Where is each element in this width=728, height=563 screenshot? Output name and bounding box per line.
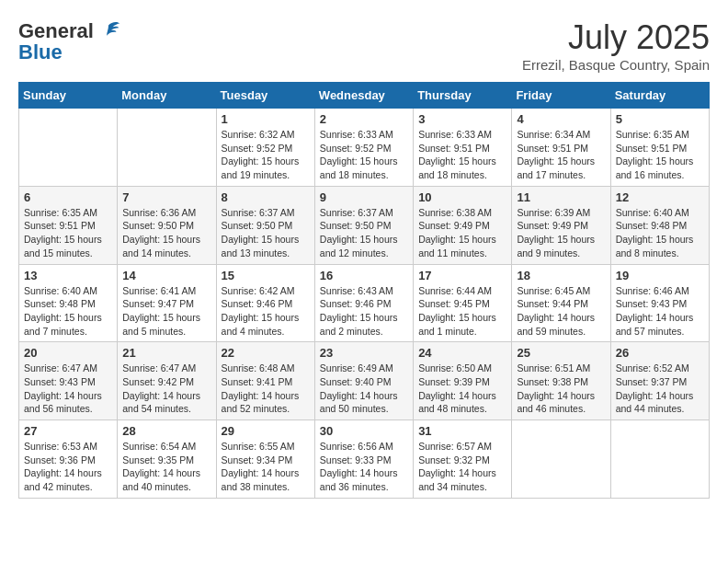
calendar-cell: 17 Sunrise: 6:44 AM Sunset: 9:45 PM Dayl… <box>414 264 512 342</box>
page-header: General Blue July 2025 Errezil, Basque C… <box>18 18 710 73</box>
day-info: Sunrise: 6:37 AM Sunset: 9:50 PM Dayligh… <box>222 206 310 260</box>
calendar-cell: 1 Sunrise: 6:32 AM Sunset: 9:52 PM Dayli… <box>216 109 314 187</box>
day-number: 31 <box>418 424 506 438</box>
title-block: July 2025 Errezil, Basque Country, Spain <box>522 18 710 73</box>
sunrise-text: Sunrise: 6:38 AM <box>418 207 492 218</box>
sunrise-text: Sunrise: 6:40 AM <box>616 207 689 218</box>
weekday-header-thursday: Thursday <box>414 83 512 109</box>
daylight-text: Daylight: 14 hours and 42 minutes. <box>24 467 102 492</box>
calendar-week-row: 1 Sunrise: 6:32 AM Sunset: 9:52 PM Dayli… <box>19 109 710 187</box>
sunrise-text: Sunrise: 6:52 AM <box>616 362 689 373</box>
day-info: Sunrise: 6:55 AM Sunset: 9:34 PM Dayligh… <box>222 440 310 494</box>
sunrise-text: Sunrise: 6:41 AM <box>122 285 196 296</box>
sunrise-text: Sunrise: 6:57 AM <box>418 441 492 452</box>
calendar-cell: 24 Sunrise: 6:50 AM Sunset: 9:39 PM Dayl… <box>414 342 512 420</box>
sunrise-text: Sunrise: 6:53 AM <box>24 441 97 452</box>
sunset-text: Sunset: 9:42 PM <box>122 376 194 387</box>
daylight-text: Daylight: 14 hours and 36 minutes. <box>320 467 398 492</box>
calendar-cell: 19 Sunrise: 6:46 AM Sunset: 9:43 PM Dayl… <box>610 264 709 342</box>
day-info: Sunrise: 6:33 AM Sunset: 9:51 PM Dayligh… <box>418 128 506 182</box>
weekday-header-monday: Monday <box>118 83 216 109</box>
calendar-cell: 11 Sunrise: 6:39 AM Sunset: 9:49 PM Dayl… <box>512 186 610 264</box>
sunset-text: Sunset: 9:45 PM <box>418 298 490 309</box>
day-number: 27 <box>24 424 112 438</box>
calendar-cell: 23 Sunrise: 6:49 AM Sunset: 9:40 PM Dayl… <box>314 342 413 420</box>
month-year-title: July 2025 <box>522 18 710 57</box>
calendar-week-row: 13 Sunrise: 6:40 AM Sunset: 9:48 PM Dayl… <box>19 264 710 342</box>
day-number: 30 <box>320 424 408 438</box>
calendar-cell: 22 Sunrise: 6:48 AM Sunset: 9:41 PM Dayl… <box>216 342 314 420</box>
sunset-text: Sunset: 9:43 PM <box>24 376 96 387</box>
sunrise-text: Sunrise: 6:50 AM <box>418 362 492 373</box>
location-subtitle: Errezil, Basque Country, Spain <box>522 57 710 73</box>
day-info: Sunrise: 6:47 AM Sunset: 9:42 PM Dayligh… <box>122 362 210 416</box>
sunrise-text: Sunrise: 6:40 AM <box>24 285 97 296</box>
sunrise-text: Sunrise: 6:56 AM <box>320 441 393 452</box>
weekday-header-saturday: Saturday <box>610 83 709 109</box>
day-number: 16 <box>320 269 408 282</box>
daylight-text: Daylight: 14 hours and 46 minutes. <box>517 390 595 415</box>
weekday-header-sunday: Sunday <box>19 83 118 109</box>
calendar-table: SundayMondayTuesdayWednesdayThursdayFrid… <box>18 82 710 499</box>
calendar-cell: 14 Sunrise: 6:41 AM Sunset: 9:47 PM Dayl… <box>118 264 216 342</box>
sunset-text: Sunset: 9:50 PM <box>320 220 392 231</box>
sunrise-text: Sunrise: 6:54 AM <box>122 441 196 452</box>
day-info: Sunrise: 6:53 AM Sunset: 9:36 PM Dayligh… <box>24 440 112 494</box>
daylight-text: Daylight: 15 hours and 14 minutes. <box>122 234 200 259</box>
day-info: Sunrise: 6:36 AM Sunset: 9:50 PM Dayligh… <box>122 206 210 260</box>
calendar-week-row: 6 Sunrise: 6:35 AM Sunset: 9:51 PM Dayli… <box>19 186 710 264</box>
day-info: Sunrise: 6:50 AM Sunset: 9:39 PM Dayligh… <box>418 362 506 416</box>
daylight-text: Daylight: 15 hours and 5 minutes. <box>122 312 200 337</box>
daylight-text: Daylight: 14 hours and 40 minutes. <box>122 467 200 492</box>
sunrise-text: Sunrise: 6:36 AM <box>122 207 196 218</box>
calendar-cell: 26 Sunrise: 6:52 AM Sunset: 9:37 PM Dayl… <box>610 342 709 420</box>
daylight-text: Daylight: 15 hours and 16 minutes. <box>616 155 694 180</box>
sunrise-text: Sunrise: 6:48 AM <box>222 362 295 373</box>
calendar-cell: 29 Sunrise: 6:55 AM Sunset: 9:34 PM Dayl… <box>216 420 314 499</box>
day-number: 18 <box>517 269 605 282</box>
calendar-cell: 5 Sunrise: 6:35 AM Sunset: 9:51 PM Dayli… <box>610 109 709 187</box>
day-info: Sunrise: 6:42 AM Sunset: 9:46 PM Dayligh… <box>222 284 310 339</box>
sunrise-text: Sunrise: 6:47 AM <box>122 362 196 373</box>
daylight-text: Daylight: 15 hours and 4 minutes. <box>222 312 300 337</box>
day-info: Sunrise: 6:46 AM Sunset: 9:43 PM Dayligh… <box>616 284 704 339</box>
day-info: Sunrise: 6:34 AM Sunset: 9:51 PM Dayligh… <box>517 128 605 182</box>
sunset-text: Sunset: 9:51 PM <box>24 220 96 231</box>
daylight-text: Daylight: 14 hours and 38 minutes. <box>222 467 300 492</box>
weekday-header-tuesday: Tuesday <box>216 83 314 109</box>
calendar-cell: 31 Sunrise: 6:57 AM Sunset: 9:32 PM Dayl… <box>414 420 512 499</box>
daylight-text: Daylight: 14 hours and 48 minutes. <box>418 390 496 415</box>
day-number: 14 <box>122 269 210 282</box>
day-number: 29 <box>222 424 310 438</box>
calendar-cell: 30 Sunrise: 6:56 AM Sunset: 9:33 PM Dayl… <box>314 420 413 499</box>
day-info: Sunrise: 6:41 AM Sunset: 9:47 PM Dayligh… <box>122 284 210 339</box>
sunrise-text: Sunrise: 6:42 AM <box>222 285 295 296</box>
logo: General Blue <box>18 18 121 64</box>
sunrise-text: Sunrise: 6:46 AM <box>616 285 689 296</box>
day-number: 11 <box>517 190 605 204</box>
weekday-header-friday: Friday <box>512 83 610 109</box>
day-info: Sunrise: 6:33 AM Sunset: 9:52 PM Dayligh… <box>320 128 408 182</box>
day-info: Sunrise: 6:35 AM Sunset: 9:51 PM Dayligh… <box>616 128 704 182</box>
sunset-text: Sunset: 9:36 PM <box>24 454 96 465</box>
day-number: 7 <box>122 190 210 204</box>
day-number: 23 <box>320 346 408 360</box>
day-number: 13 <box>24 269 112 282</box>
sunset-text: Sunset: 9:33 PM <box>320 454 392 465</box>
day-number: 6 <box>24 190 112 204</box>
daylight-text: Daylight: 15 hours and 18 minutes. <box>418 155 496 180</box>
day-number: 25 <box>517 346 605 360</box>
day-info: Sunrise: 6:49 AM Sunset: 9:40 PM Dayligh… <box>320 362 408 416</box>
sunset-text: Sunset: 9:49 PM <box>517 220 588 231</box>
sunset-text: Sunset: 9:43 PM <box>616 298 688 309</box>
daylight-text: Daylight: 15 hours and 18 minutes. <box>320 155 398 180</box>
sunset-text: Sunset: 9:34 PM <box>222 454 293 465</box>
day-number: 17 <box>418 269 506 282</box>
sunset-text: Sunset: 9:32 PM <box>418 454 490 465</box>
calendar-cell: 15 Sunrise: 6:42 AM Sunset: 9:46 PM Dayl… <box>216 264 314 342</box>
sunrise-text: Sunrise: 6:37 AM <box>222 207 295 218</box>
sunrise-text: Sunrise: 6:47 AM <box>24 362 97 373</box>
sunset-text: Sunset: 9:39 PM <box>418 376 490 387</box>
sunset-text: Sunset: 9:51 PM <box>517 143 588 154</box>
daylight-text: Daylight: 14 hours and 59 minutes. <box>517 312 595 337</box>
